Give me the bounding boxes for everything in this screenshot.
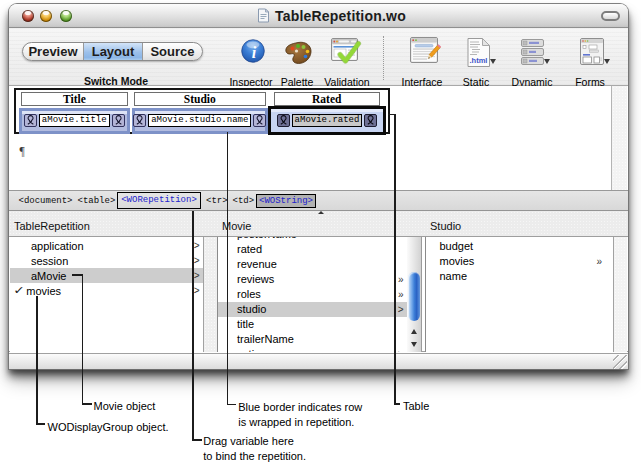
svg-text:i: i	[251, 43, 256, 60]
svg-text:.html: .html	[470, 56, 488, 65]
